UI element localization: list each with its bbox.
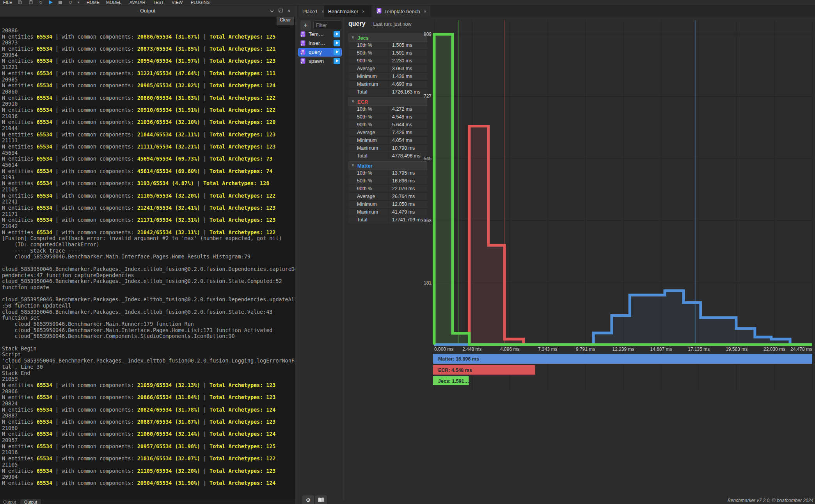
- stats-row-value: 4.690 ms: [388, 81, 412, 88]
- stats-row: Total1726.163 ms: [348, 88, 427, 96]
- copy-icon[interactable]: [18, 0, 22, 5]
- chevron-down-icon[interactable]: ∨: [352, 163, 354, 167]
- tab-label: Template.bench: [384, 9, 420, 14]
- log-line: 21171: [2, 211, 295, 218]
- run-benchmark-button[interactable]: [334, 31, 340, 37]
- menu-home[interactable]: HOME: [87, 0, 99, 5]
- menu-plugins[interactable]: PLUGINS: [191, 0, 210, 5]
- paste-icon[interactable]: [29, 0, 33, 5]
- stats-row-value: 17741.709 ms: [388, 217, 423, 224]
- menu-avatar[interactable]: AVATAR: [130, 0, 146, 5]
- log-line: N entities 65534 | with common component…: [2, 456, 295, 462]
- x-axis-tick-label: 9.791 ms: [576, 347, 595, 352]
- dropdown-caret-icon[interactable]: ▾: [78, 0, 80, 5]
- tab-template-bench[interactable]: Template.bench×: [373, 5, 430, 17]
- stats-row-label: 90th %: [357, 58, 372, 64]
- log-line: function update: [2, 285, 295, 291]
- log-line: [2, 260, 295, 266]
- y-axis-tick-label: 909: [424, 32, 431, 37]
- log-line: 21044: [2, 126, 295, 132]
- chevron-down-icon[interactable]: ∨: [352, 35, 354, 39]
- menu-view[interactable]: VIEW: [172, 0, 183, 5]
- stats-section-name: ECR: [357, 99, 368, 105]
- play-button[interactable]: [49, 0, 53, 5]
- log-line: N entities 65534 | with common component…: [2, 217, 295, 223]
- run-benchmark-button[interactable]: [334, 49, 340, 55]
- benchmark-name: spawn: [309, 58, 324, 64]
- log-line: cloud_5853950046.Benchmarker.Packages._I…: [2, 266, 295, 272]
- benchmark-name: inser…: [309, 40, 325, 46]
- script-icon: [300, 49, 305, 57]
- stats-row-label: Maximum: [357, 145, 378, 151]
- run-benchmark-button[interactable]: [334, 40, 340, 46]
- output-console[interactable]: Clear 20886N entities 65534 | with commo…: [0, 17, 295, 499]
- stats-row-value: 4.272 ms: [388, 106, 412, 113]
- log-line: (ID: computedCallbackError): [2, 242, 295, 248]
- collapse-chevron-icon[interactable]: [269, 8, 275, 14]
- redo-icon[interactable]: ↻: [39, 0, 43, 5]
- log-line: 21042: [2, 223, 295, 230]
- stop-button[interactable]: [59, 0, 62, 5]
- y-axis-tick-label: 181: [424, 280, 431, 286]
- stats-row-label: 90th %: [357, 186, 372, 191]
- stats-row-label: Total: [357, 153, 367, 159]
- stats-section-header-jecs[interactable]: ∨Jecs: [348, 34, 427, 42]
- popout-icon[interactable]: [277, 8, 284, 14]
- benchmark-name: Tem…: [309, 31, 324, 37]
- log-line: pendencies:47 function captureDependenci…: [2, 272, 295, 279]
- log-line: N entities 65534 | with common component…: [2, 205, 295, 211]
- sidebar-item-inser[interactable]: inser…: [298, 39, 341, 47]
- filter-input[interactable]: [313, 20, 342, 30]
- y-axis-tick-label: 727: [424, 94, 431, 99]
- x-axis-tick-label: 24.478 ms: [790, 347, 812, 352]
- menu-model[interactable]: MODEL: [106, 0, 121, 5]
- stats-section-header-ecr[interactable]: ∨ECR: [348, 97, 427, 106]
- log-line: cloud_5853950046.Benchmarker.Packages._I…: [2, 309, 295, 315]
- stats-row-value: 3.063 ms: [388, 66, 412, 73]
- log-line: :50 function updateAll: [2, 303, 295, 309]
- stats-section-name: Jecs: [357, 35, 369, 41]
- close-icon[interactable]: ×: [286, 8, 292, 14]
- tab-place1[interactable]: Place1×: [298, 5, 328, 17]
- stats-section-header-matter[interactable]: ∨Matter: [348, 161, 427, 170]
- output-panel-titlebar[interactable]: Output ×: [0, 5, 295, 17]
- stats-row: Total4778.496 ms: [348, 152, 427, 160]
- menu-test[interactable]: TEST: [153, 0, 164, 5]
- run-benchmark-button[interactable]: [334, 58, 340, 64]
- menu-file[interactable]: FILE: [3, 0, 12, 5]
- stats-row-label: Average: [357, 130, 375, 135]
- stats-row-label: Minimum: [357, 74, 377, 79]
- stats-row-value: 22.070 ms: [388, 186, 415, 193]
- stats-row-label: Maximum: [357, 81, 378, 87]
- tab-close-icon[interactable]: ×: [424, 9, 427, 14]
- log-line: N entities 65534 | with common component…: [2, 407, 295, 413]
- log-line: N entities 65534 | with common component…: [2, 34, 295, 40]
- log-line: N entities 65534 | with common component…: [2, 431, 295, 437]
- stats-row-value: 16.896 ms: [388, 178, 415, 185]
- log-line: tal', Line 30: [2, 364, 295, 370]
- tab-close-icon[interactable]: ×: [362, 9, 365, 14]
- log-line: 'cloud_5853950046.Benchmarker.Packages._…: [2, 358, 295, 364]
- benchmark-histogram-chart: 9097275453631810.000 ms2.448 ms4.896 ms7…: [421, 17, 815, 409]
- chevron-down-icon[interactable]: ∨: [352, 99, 354, 103]
- stats-row: 90th %22.070 ms: [348, 185, 427, 193]
- clear-button[interactable]: Clear: [277, 17, 294, 25]
- add-benchmark-button[interactable]: +: [300, 20, 311, 31]
- list-scrollbar[interactable]: [343, 17, 344, 500]
- log-line: cloud_5853950046.Benchmarker.Components.…: [2, 333, 295, 340]
- log-line: Stack End: [2, 370, 295, 377]
- log-line: 20957: [2, 437, 295, 444]
- stats-row-label: 50th %: [357, 114, 372, 120]
- tab-benchmarker[interactable]: Benchmarker×: [324, 5, 371, 17]
- log-line: 45694: [2, 150, 295, 156]
- log-line: N entities 65534 | with common component…: [2, 46, 295, 52]
- log-line: 20904: [2, 474, 295, 480]
- legend-bar-matter[interactable]: [433, 354, 812, 364]
- sidebar-item-spawn[interactable]: spawn: [298, 57, 341, 65]
- sidebar-item-query[interactable]: query: [298, 48, 341, 56]
- stats-row-value: 1.591 ms: [388, 50, 412, 57]
- x-axis-tick-label: 12.239 ms: [612, 347, 634, 352]
- stats-row-value: 12.050 ms: [388, 202, 415, 208]
- undo-icon[interactable]: ↺: [69, 0, 72, 5]
- sidebar-item-Tem[interactable]: Tem…: [298, 30, 341, 38]
